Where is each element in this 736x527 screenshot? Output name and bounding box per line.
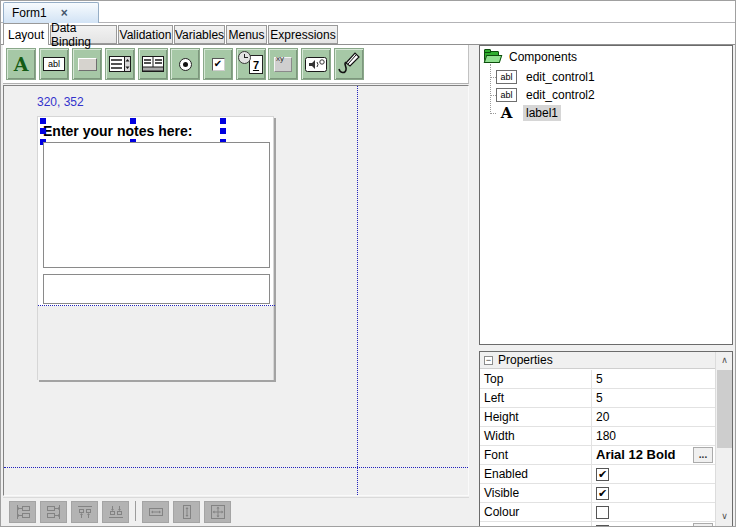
properties-panel: − Properties Top 5 Left 5 Height 20 Widt… bbox=[479, 351, 733, 527]
checkbox-tool-button[interactable]: ✔ bbox=[203, 48, 233, 80]
align-left-edges-icon bbox=[15, 504, 31, 520]
collapse-icon[interactable]: − bbox=[484, 356, 493, 365]
panel-tool-icon: xy bbox=[274, 57, 292, 72]
enabled-checkbox[interactable]: ✔ bbox=[596, 468, 609, 481]
make-same-width-button[interactable] bbox=[142, 501, 169, 523]
button-tool-button[interactable] bbox=[72, 48, 102, 80]
scroll-down-icon[interactable]: ∨ bbox=[716, 508, 733, 525]
visible-checkbox[interactable]: ✔ bbox=[596, 487, 609, 500]
selection-handle-top-middle[interactable] bbox=[130, 118, 136, 124]
property-row-visible[interactable]: Visible ✔ bbox=[480, 484, 715, 503]
folder-icon bbox=[484, 51, 501, 64]
property-row-width[interactable]: Width 180 bbox=[480, 427, 715, 446]
property-row-top[interactable]: Top 5 bbox=[480, 370, 715, 389]
design-edit-control1[interactable] bbox=[43, 142, 270, 268]
properties-grid: Top 5 Left 5 Height 20 Width 180 Font Ar… bbox=[480, 370, 715, 527]
selection-handle-middle-left[interactable] bbox=[40, 128, 46, 134]
listbox-tool-button[interactable] bbox=[105, 48, 135, 80]
components-root-node[interactable]: Components bbox=[484, 50, 577, 64]
label-tool-button[interactable]: A bbox=[6, 48, 36, 80]
tab-data-binding[interactable]: Data Binding bbox=[50, 25, 117, 44]
property-row-colour[interactable]: Colour bbox=[480, 503, 715, 522]
align-left-edges-button[interactable] bbox=[9, 501, 36, 523]
make-same-height-icon bbox=[179, 504, 195, 520]
tab-expressions[interactable]: Expressions bbox=[268, 25, 338, 44]
signature-tool-icon bbox=[336, 51, 362, 77]
scrollbar-thumb[interactable] bbox=[717, 370, 732, 448]
tree-item-label1[interactable]: A label1 bbox=[480, 104, 561, 122]
properties-title: Properties bbox=[498, 353, 553, 367]
tab-menus[interactable]: Menus bbox=[226, 25, 267, 44]
selection-handle-top-right[interactable] bbox=[220, 118, 226, 124]
edit-tool-icon: abl bbox=[43, 57, 65, 71]
edit-control-icon: abl bbox=[496, 88, 517, 102]
align-tops-button[interactable] bbox=[71, 501, 98, 523]
radio-tool-icon bbox=[179, 58, 192, 71]
property-row-font[interactable]: Font Arial 12 Bold ... bbox=[480, 446, 715, 465]
colour-picker-button[interactable]: ... bbox=[693, 523, 713, 527]
form-designer-window: Form1 × Layout Data Binding Validation V… bbox=[0, 0, 736, 527]
design-canvas[interactable]: 320, 352 Enter your notes here: bbox=[3, 85, 469, 496]
panel-tool-button[interactable]: xy bbox=[268, 48, 298, 80]
signature-tool-button[interactable] bbox=[334, 48, 364, 80]
tree-item-edit-control1[interactable]: abl edit_control1 bbox=[480, 68, 598, 86]
selection-handle-middle-right[interactable] bbox=[220, 128, 226, 134]
tree-item-edit-control2[interactable]: abl edit_control2 bbox=[480, 86, 598, 104]
tree-item-label: edit_control2 bbox=[523, 87, 598, 103]
property-row-enabled[interactable]: Enabled ✔ bbox=[480, 465, 715, 484]
checkbox-tool-icon: ✔ bbox=[212, 58, 225, 71]
datetime-tool-icon: 7 bbox=[238, 51, 264, 77]
label-control-icon: A bbox=[496, 106, 517, 120]
colour-checkbox[interactable] bbox=[596, 506, 609, 519]
control-toolbox: A abl bbox=[3, 45, 469, 84]
components-panel: Components abl edit_control1 abl edit_co… bbox=[479, 45, 733, 345]
radio-tool-button[interactable] bbox=[170, 48, 200, 80]
scroll-up-icon[interactable]: ∧ bbox=[716, 352, 733, 369]
button-tool-icon bbox=[78, 58, 97, 71]
form-surface[interactable]: Enter your notes here: bbox=[37, 116, 274, 380]
form-overflow-area bbox=[38, 306, 273, 380]
make-same-width-icon bbox=[148, 504, 164, 520]
align-tops-icon bbox=[77, 504, 93, 520]
media-tool-icon bbox=[305, 57, 327, 72]
grid-tool-icon bbox=[142, 56, 164, 72]
cursor-coordinates: 320, 352 bbox=[37, 95, 84, 109]
property-row-height[interactable]: Height 20 bbox=[480, 408, 715, 427]
close-icon[interactable]: × bbox=[61, 6, 68, 20]
property-row-colour-background[interactable]: Colour - Background [255,255,255] ... bbox=[480, 522, 715, 527]
listbox-tool-icon bbox=[109, 56, 131, 72]
align-right-edges-button[interactable] bbox=[40, 501, 67, 523]
properties-header[interactable]: − Properties bbox=[480, 352, 715, 369]
edit-tool-button[interactable]: abl bbox=[39, 48, 69, 80]
media-tool-button[interactable] bbox=[301, 48, 331, 80]
selection-handle-top-left[interactable] bbox=[40, 118, 46, 124]
property-row-left[interactable]: Left 5 bbox=[480, 389, 715, 408]
design-edit-control2[interactable] bbox=[43, 274, 270, 304]
make-same-size-icon bbox=[210, 504, 226, 520]
font-picker-button[interactable]: ... bbox=[693, 447, 713, 463]
tab-form1[interactable]: Form1 × bbox=[3, 2, 99, 23]
label-tool-icon: A bbox=[14, 55, 29, 74]
properties-scrollbar[interactable]: ∧ ∨ bbox=[715, 352, 732, 527]
tree-item-label: edit_control1 bbox=[523, 69, 598, 85]
grid-tool-button[interactable] bbox=[138, 48, 168, 80]
align-bottoms-button[interactable] bbox=[102, 501, 129, 523]
components-root-label: Components bbox=[509, 50, 577, 64]
tree-item-label: label1 bbox=[523, 105, 561, 121]
form-width-guide-line bbox=[357, 86, 358, 495]
tab-validation[interactable]: Validation bbox=[118, 25, 173, 44]
tab-form1-label: Form1 bbox=[12, 6, 47, 20]
edit-control-icon: abl bbox=[496, 70, 517, 84]
alignment-toolbar bbox=[3, 497, 469, 522]
tab-layout[interactable]: Layout bbox=[3, 23, 49, 45]
form-height-guide-line bbox=[4, 467, 468, 468]
designer-tab-bar: Layout Data Binding Validation Variables… bbox=[1, 23, 736, 45]
toolbar-separator bbox=[135, 501, 136, 521]
make-same-height-button[interactable] bbox=[173, 501, 200, 523]
align-bottoms-icon bbox=[108, 504, 124, 520]
datetime-tool-button[interactable]: 7 bbox=[236, 48, 266, 80]
align-right-edges-icon bbox=[46, 504, 62, 520]
tab-variables[interactable]: Variables bbox=[174, 25, 225, 44]
make-same-size-button[interactable] bbox=[204, 501, 231, 523]
